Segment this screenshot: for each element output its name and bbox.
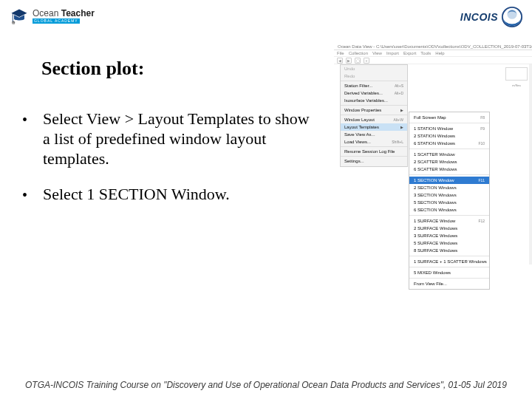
menu-item-layout-templates[interactable]: Layout Templates▶ <box>341 123 407 131</box>
submenu-item[interactable]: 2 SURFACE Windows <box>409 225 489 232</box>
submenu-item[interactable]: From View File... <box>409 280 489 287</box>
header: @ Ocean Teacher GLOBAL ACADEMY INCOIS <box>0 6 532 32</box>
submenu-item[interactable]: 1 SURFACE WindowF12 <box>409 217 489 225</box>
submenu-item[interactable]: 2 STATION Windows <box>409 132 489 140</box>
menu-item-undo[interactable]: Undo <box>341 65 407 72</box>
submenu-item[interactable]: 1 SURFACE + 1 SCATTER Windows <box>409 258 489 265</box>
menu-item-redo[interactable]: Redo <box>341 72 407 80</box>
instruction-item: • Select View > Layout Templates to show… <box>22 109 318 168</box>
bullet-icon: • <box>22 109 43 168</box>
view-menu-dropdown: Undo Redo Station Filter...Alt+S Derived… <box>340 64 408 167</box>
window-titlebar: Ocean Data View - C:\Users\user\Document… <box>334 43 532 50</box>
submenu-item[interactable]: 6 SCATTER Windows <box>409 166 489 173</box>
menu-item-derived-vars[interactable]: Derived Variables...Alt+D <box>341 89 407 97</box>
submenu-item[interactable]: 6 STATION WindowsF10 <box>409 140 489 147</box>
menubar-item-import[interactable]: Import <box>386 51 399 55</box>
menubar-item-export[interactable]: Export <box>403 51 416 55</box>
layout-templates-submenu: Full Screen MapF81 STATION WindowF92 STA… <box>409 112 490 290</box>
menubar-item-tools[interactable]: Tools <box>420 51 431 55</box>
menu-item-settings[interactable]: Settings... <box>341 157 407 165</box>
submenu-item[interactable]: 1 SECTION WindowF11 <box>409 177 489 184</box>
menubar-item-collection[interactable]: Collection <box>349 51 368 55</box>
submenu-item[interactable]: 5 SURFACE Windows <box>409 239 489 247</box>
grad-cap-icon: @ <box>9 6 30 27</box>
menu-item-save-view-as[interactable]: Save View As... <box>341 131 407 138</box>
sidebar-panel <box>505 67 528 81</box>
menubar: FileCollectionViewImportExportToolsHelp <box>334 50 532 57</box>
scrollbar[interactable] <box>529 64 532 265</box>
instruction-text: Select 1 SECTION Window. <box>43 185 230 205</box>
submenu-item[interactable]: Full Screen MapF8 <box>409 114 489 121</box>
submenu-item[interactable]: 2 SCATTER Windows <box>409 158 489 166</box>
sidebar: m/Sea <box>504 64 532 265</box>
submenu-item[interactable]: 5 MIXED Windows <box>409 269 489 276</box>
incois-emblem-icon <box>501 6 523 28</box>
oceanteacher-logo: @ Ocean Teacher GLOBAL ACADEMY <box>9 6 95 27</box>
menu-item-window-props[interactable]: Window Properties▶ <box>341 106 407 114</box>
tool-plus-icon[interactable]: + <box>364 58 369 64</box>
oceanteacher-title: Ocean Teacher <box>33 9 95 18</box>
menu-item-load-views[interactable]: Load Views...Shift+L <box>341 138 407 146</box>
menu-item-resume-log[interactable]: Resume Session Log File <box>341 148 407 155</box>
sidebar-label: m/Sea <box>505 83 528 87</box>
submenu-item[interactable]: 3 SURFACE Windows <box>409 232 489 239</box>
window-title-text: Ocean Data View - C:\Users\user\Document… <box>338 44 532 49</box>
odv-screenshot: Ocean Data View - C:\Users\user\Document… <box>334 43 532 265</box>
page-title: Section plot: <box>41 58 318 80</box>
submenu-item[interactable]: 2 SECTION Windows <box>409 184 489 191</box>
svg-text:@: @ <box>12 22 15 25</box>
menubar-item-help[interactable]: Help <box>435 51 444 55</box>
footer-text: OTGA-INCOIS Training Course on "Discover… <box>0 380 532 390</box>
incois-logo: INCOIS <box>460 6 523 28</box>
menubar-item-view[interactable]: View <box>372 51 382 55</box>
toolbar: ◀ ▶ ▢ + <box>334 57 532 64</box>
submenu-item[interactable]: 8 SURFACE Windows <box>409 247 489 254</box>
incois-name: INCOIS <box>460 11 498 23</box>
submenu-item[interactable]: 3 SECTION Windows <box>409 191 489 199</box>
menu-item-window-layout[interactable]: Window LayoutAlt+W <box>341 116 407 123</box>
tool-back-icon[interactable]: ◀ <box>337 58 343 64</box>
menubar-item-file[interactable]: File <box>337 51 344 55</box>
submenu-item[interactable]: 5 SECTION Windows <box>409 199 489 206</box>
menu-item-station-filter[interactable]: Station Filter...Alt+S <box>341 82 407 89</box>
menu-item-iso-vars[interactable]: Isosurface Variables... <box>341 97 407 104</box>
submenu-item[interactable]: 1 SCATTER Window <box>409 151 489 158</box>
submenu-item[interactable]: 6 SECTION Windows <box>409 206 489 214</box>
instruction-text: Select View > Layout Templates to show a… <box>43 109 318 168</box>
tool-forward-icon[interactable]: ▶ <box>346 58 352 64</box>
content: Section plot: • Select View > Layout Tem… <box>22 58 318 222</box>
tool-box-icon[interactable]: ▢ <box>355 58 361 64</box>
oceanteacher-subtitle: GLOBAL ACADEMY <box>33 18 80 24</box>
instruction-item: • Select 1 SECTION Window. <box>22 185 318 205</box>
submenu-item[interactable]: 1 STATION WindowF9 <box>409 125 489 132</box>
bullet-icon: • <box>22 185 43 205</box>
